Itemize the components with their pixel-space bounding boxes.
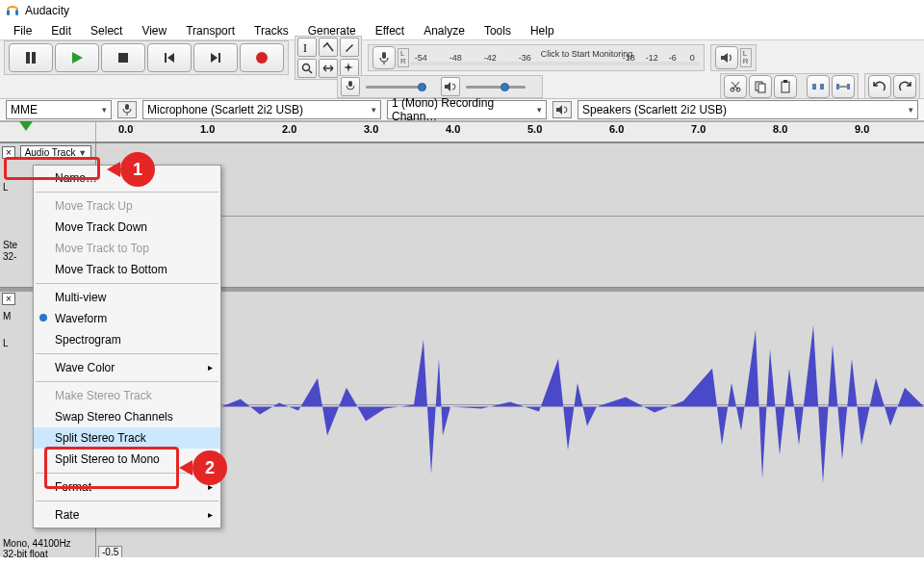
svg-rect-2 [26,52,30,64]
callout-number-2: 2 [192,450,227,485]
menu-transport[interactable]: Transport [176,21,244,39]
svg-rect-0 [7,10,10,15]
stop-button[interactable] [101,43,145,72]
record-meter-mic-icon[interactable] [372,46,396,69]
silence-button[interactable] [832,75,855,98]
svg-rect-26 [783,80,787,83]
svg-rect-15 [382,52,386,59]
selection-tool-button[interactable]: I [297,38,317,57]
svg-rect-30 [847,84,850,90]
svg-rect-3 [32,52,36,64]
svg-rect-17 [348,81,352,87]
playback-volume-slider[interactable] [462,77,539,96]
submenu-arrow-icon: ▸ [208,362,213,373]
trim-button[interactable] [807,75,830,98]
track-close-button[interactable]: × [2,146,15,159]
cm-spectrogram[interactable]: Spectrogram [34,329,220,350]
svg-point-12 [303,64,310,71]
record-meter[interactable]: -54 -48 -42 -36 Click to Start Monitorin… [411,48,700,67]
lr-label: LR [398,48,409,67]
svg-line-22 [732,82,738,90]
recording-device-combo[interactable]: Microphone (Scarlett 2i2 USB) ▾ [142,100,381,119]
undo-button[interactable] [868,75,891,98]
callout-number-1: 1 [120,152,155,187]
svg-marker-14 [344,63,353,72]
mic-icon [117,101,137,118]
pause-button[interactable] [9,43,53,72]
menu-edit[interactable]: Edit [41,21,81,39]
svg-line-13 [309,70,312,73]
recording-channels-combo[interactable]: 1 (Mono) Recording Chann… ▾ [387,100,547,119]
channel-label-l2: L [3,338,9,348]
playhead-icon[interactable] [19,121,33,131]
svg-marker-16 [721,53,728,63]
svg-rect-6 [165,53,167,63]
draw-tool-button[interactable] [340,38,359,57]
track-menu-button[interactable]: Audio Track ▼ [20,145,92,160]
record-button[interactable] [240,43,284,72]
playback-meter-speaker-icon[interactable] [715,46,738,69]
envelope-tool-button[interactable] [319,38,338,57]
menu-select[interactable]: Select [81,21,132,39]
cut-button[interactable] [724,75,747,98]
submenu-arrow-icon-3: ▸ [208,509,213,520]
cm-move-track-down[interactable]: Move Track Down [34,217,220,238]
svg-text:I: I [303,41,307,53]
redo-button[interactable] [893,75,916,98]
cm-wave-color[interactable]: Wave Color▸ [34,357,220,378]
copy-button[interactable] [749,75,772,98]
svg-rect-29 [836,84,839,90]
play-button[interactable] [55,43,99,72]
svg-rect-1 [15,10,18,15]
audio-host-combo[interactable]: MME ▾ [6,100,112,119]
svg-rect-24 [758,84,765,92]
track-bit-label: 32- [3,251,16,262]
track-close-button-2[interactable]: × [2,293,15,305]
cm-rate[interactable]: Rate▸ [34,504,220,526]
record-volume-mic-icon [341,77,360,96]
track-area: × Audio Track ▼ L Ste 32- × M L Mono, 44… [0,143,924,557]
bullet-icon [39,314,47,322]
tools-toolbar: I [295,36,362,80]
svg-marker-4 [72,52,83,64]
cm-swap-stereo-channels[interactable]: Swap Stereo Channels [34,406,220,427]
record-volume-slider[interactable] [362,77,439,96]
svg-marker-7 [167,53,174,63]
channel-label-m: M [3,311,11,322]
svg-marker-9 [211,53,218,63]
chevron-down-icon: ▼ [78,148,87,158]
playback-meter-toolbar: LR [710,44,757,71]
speaker-icon [552,101,572,118]
menu-file[interactable]: File [4,21,41,39]
toolbar-area: I LR -54 -48 -42 -36 Click to Start Moni… [0,40,924,122]
undo-toolbar [864,73,920,100]
menu-effect[interactable]: Effect [366,21,414,39]
mixer-toolbar [337,75,543,98]
menu-analyze[interactable]: Analyze [414,21,475,39]
edit-toolbar [720,73,859,100]
skip-end-button[interactable] [193,43,238,72]
menu-tracks[interactable]: Tracks [244,21,298,39]
playback-device-combo[interactable]: Speakers (Scarlett 2i2 USB) ▾ [578,100,918,119]
cm-move-track-to-top[interactable]: Move Track to Top [34,238,220,259]
cm-split-stereo-track[interactable]: Split Stereo Track [34,427,220,449]
cm-make-stereo-track[interactable]: Make Stereo Track [34,385,220,406]
timeline-ruler[interactable]: -1.0 0.0 1.0 2.0 3.0 4.0 5.0 6.0 7.0 8.0… [0,122,924,143]
playback-volume-speaker-icon [441,77,460,96]
menu-tools[interactable]: Tools [475,21,521,39]
cm-move-track-up[interactable]: Move Track Up [34,195,220,217]
svg-rect-27 [812,84,816,90]
svg-rect-32 [125,104,129,110]
paste-button[interactable] [774,75,797,98]
cm-move-track-to-bottom[interactable]: Move Track to Bottom [34,259,220,280]
menu-view[interactable]: View [132,21,176,39]
menubar: File Edit Select View Transport Tracks G… [0,21,924,40]
svg-line-21 [732,82,739,90]
track-info-1: Mono, 44100Hz [3,538,71,549]
skip-start-button[interactable] [147,43,192,72]
vscale-mark: -0.5 [98,546,122,557]
menu-help[interactable]: Help [521,21,564,39]
cm-waveform[interactable]: Waveform [34,308,220,329]
cm-format[interactable]: Format▸ [34,476,220,498]
cm-multi-view[interactable]: Multi-view [34,287,220,308]
